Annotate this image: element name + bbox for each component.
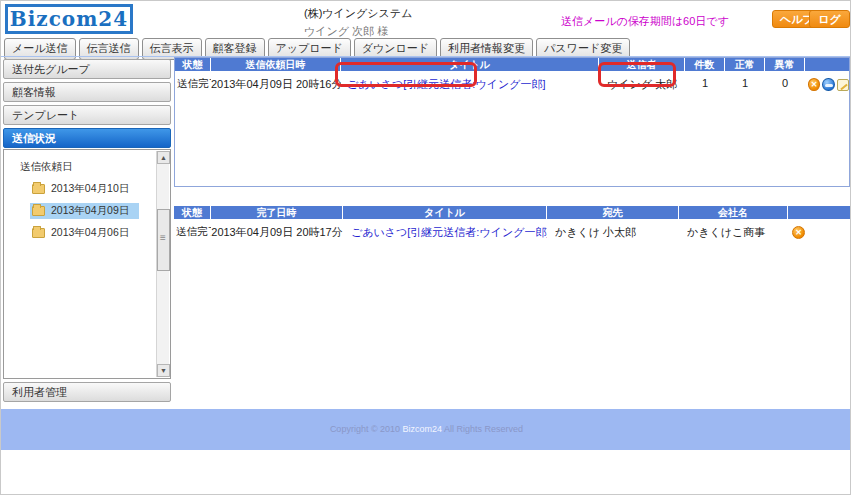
tree-root-label: 送信依頼日 (20, 160, 170, 174)
col-sender: 送信者 (599, 58, 685, 71)
scroll-up-icon[interactable]: ▲ (157, 151, 170, 164)
col-status: 状態 (175, 58, 211, 71)
company-cell: かきくけこ商事 (679, 225, 788, 240)
folder-icon (32, 206, 45, 216)
sidebar-item-send-status[interactable]: 送信状況 (3, 128, 171, 148)
complete-datetime-cell: 2013年04月09日 20時17分 (211, 225, 343, 240)
col-status: 状態 (174, 206, 211, 219)
table-row: 送信完了 2013年04月09日 20時17分 ごあいさつ[引継元送信者:ウイン… (174, 219, 850, 240)
col-title: タイトル (343, 206, 547, 219)
mail-title-link[interactable]: ごあいさつ[引継元送信者:ウイング一郎] (347, 78, 546, 90)
sidebar-item-customers[interactable]: 顧客情報 (3, 82, 171, 102)
send-result-table-header: 状態 完了日時 タイトル 宛先 会社名 (174, 206, 850, 219)
send-result-table: 状態 完了日時 タイトル 宛先 会社名 送信完了 2013年04月09日 20時… (174, 206, 850, 240)
folder-icon (32, 228, 45, 238)
app-window: Bizcom24 (株)ウイングシステム ウイング 次郎 様 送信メールの保存期… (0, 0, 851, 495)
col-actions (788, 206, 850, 219)
col-ok: 正常 (725, 58, 765, 71)
recipient-cell: かきくけ 小太郎 (547, 225, 679, 240)
mail-title-link[interactable]: ごあいさつ[引継元送信者:ウイング一郎] (351, 226, 547, 238)
bizcom24-logo: Bizcom24 (5, 4, 133, 34)
sender-cell: ウイング 太郎 (599, 77, 685, 92)
sidebar-scrollbar[interactable]: ▲ ▼ (156, 151, 169, 377)
status-cell: 送信完了 (175, 77, 211, 92)
request-datetime-cell: 2013年04月09日 20時16分 (211, 77, 341, 92)
ok-count-cell: 1 (725, 77, 765, 92)
edit-icon[interactable] (837, 79, 849, 91)
scrollbar-thumb[interactable] (157, 209, 170, 271)
tree-item-label: 2013年04月09日 (49, 203, 133, 219)
col-complete-datetime: 完了日時 (211, 206, 343, 219)
col-request-datetime: 送信依頼日時 (211, 58, 341, 71)
logged-in-user: ウイング 次郎 様 (304, 24, 388, 39)
company-name: (株)ウイングシステム (304, 6, 412, 21)
col-count: 件数 (685, 58, 725, 71)
tree-item-date-0409[interactable]: 2013年04月09日 (30, 203, 170, 218)
table-row: 送信完了 2013年04月09日 20時16分 ごあいさつ[引継元送信者:ウイン… (175, 71, 849, 92)
count-cell: 1 (685, 77, 725, 92)
send-request-table: 状態 送信依頼日時 タイトル 送信者 件数 正常 異常 送信完了 2013年04… (174, 57, 850, 187)
sidebar-item-user-management[interactable]: 利用者管理 (3, 382, 171, 402)
tree-item-label: 2013年04月06日 (49, 225, 133, 241)
cancel-icon[interactable]: ✕ (808, 78, 820, 91)
tree-item-date-0406[interactable]: 2013年04月06日 (30, 225, 170, 240)
col-recipient: 宛先 (547, 206, 679, 219)
copyright-text: Copyright © 2010 (330, 424, 403, 434)
scroll-down-icon[interactable]: ▼ (157, 364, 170, 377)
status-cell: 送信完了 (174, 225, 211, 240)
error-count-cell: 0 (765, 77, 805, 92)
row-actions: ✕ (805, 77, 849, 92)
footer: Copyright © 2010 Bizcom24 All Rights Res… (1, 409, 851, 450)
sidebar-item-templates[interactable]: テンプレート (3, 105, 171, 125)
col-actions (805, 58, 849, 71)
copyright-text: All Rights Reserved (442, 424, 523, 434)
send-status-panel: 送信依頼日 2013年04月10日 2013年04月09日 2013年04月06… (3, 149, 171, 379)
col-title: タイトル (341, 58, 599, 71)
retention-notice: 送信メールの保存期間は60日です (561, 14, 729, 29)
folder-icon (32, 184, 45, 194)
col-error: 異常 (765, 58, 805, 71)
row-actions: ✕ (788, 225, 850, 240)
col-company: 会社名 (679, 206, 788, 219)
footer-brand: Bizcom24 (403, 424, 443, 434)
detail-icon[interactable] (822, 78, 834, 91)
tree-item-date-0410[interactable]: 2013年04月10日 (30, 181, 170, 196)
cancel-icon[interactable]: ✕ (792, 226, 805, 239)
sidebar-item-groups[interactable]: 送付先グループ (3, 59, 171, 79)
send-request-table-header: 状態 送信依頼日時 タイトル 送信者 件数 正常 異常 (175, 58, 849, 71)
logout-button[interactable]: ログアウト (809, 10, 850, 28)
tree-item-label: 2013年04月10日 (49, 181, 133, 197)
